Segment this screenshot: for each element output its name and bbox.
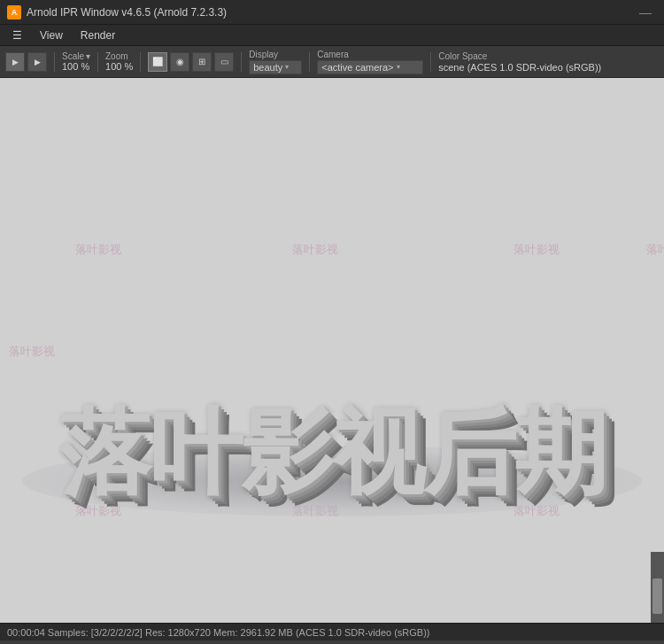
scrollbar-thumb[interactable] bbox=[652, 578, 662, 614]
watermark-2: 落叶影视 bbox=[513, 242, 560, 258]
status-bar: 00:00:04 Samples: [3/2/2/2/2/2] Res: 128… bbox=[0, 623, 664, 640]
colorspace-label: Color Space bbox=[438, 51, 487, 61]
camera-value: <active camera> bbox=[321, 62, 393, 73]
display-label: Display bbox=[249, 50, 278, 59]
zoom-section: Zoom 100 % bbox=[105, 51, 133, 72]
display-value: beauty bbox=[253, 62, 282, 73]
separator-4 bbox=[241, 52, 242, 72]
globe-icon: ◉ bbox=[176, 57, 184, 66]
watermark-1: 落叶影视 bbox=[292, 242, 338, 258]
minimize-button[interactable]: — bbox=[634, 4, 657, 21]
camera-section: Camera <active camera> ▾ bbox=[317, 50, 423, 74]
app-icon: A bbox=[7, 5, 21, 19]
watermark-0: 落叶影视 bbox=[75, 242, 121, 258]
render-menu[interactable]: Render bbox=[72, 27, 124, 43]
watermark-4: 落叶影视 bbox=[9, 344, 55, 360]
separator-6 bbox=[430, 52, 431, 72]
colorspace-value: scene (ACES 1.0 SDR-video (sRGB)) bbox=[438, 62, 601, 73]
display-dropdown-arrow: ▾ bbox=[285, 63, 289, 71]
rect-view-button[interactable]: ▭ bbox=[214, 52, 234, 72]
separator-3 bbox=[140, 52, 141, 72]
vertical-scrollbar[interactable] bbox=[651, 552, 664, 623]
rect-icon: ▭ bbox=[220, 57, 228, 66]
camera-label: Camera bbox=[317, 50, 349, 59]
display-dropdown[interactable]: beauty ▾ bbox=[249, 60, 302, 74]
globe-view-button[interactable]: ◉ bbox=[170, 52, 189, 72]
scale-label: Scale bbox=[62, 51, 84, 61]
render-area: 落叶影视落叶影视落叶影视落叶影视落叶影视落叶影视落叶影视落叶影视落叶影视落叶影视… bbox=[0, 78, 664, 623]
hamburger-menu[interactable]: ☰ bbox=[4, 27, 31, 43]
play-button-1[interactable]: ▶ bbox=[5, 52, 25, 72]
grid-view-button[interactable]: ⊞ bbox=[192, 52, 212, 72]
menu-bar: ☰ View Render bbox=[0, 25, 664, 46]
play-button-2[interactable]: ▶ bbox=[27, 52, 47, 72]
scale-value: 100 % bbox=[62, 61, 89, 72]
play-icon: ▶ bbox=[12, 58, 19, 66]
chinese-text: 落叶影视后期 bbox=[58, 400, 606, 504]
view-menu[interactable]: View bbox=[31, 27, 72, 43]
colorspace-section: Color Space scene (ACES 1.0 SDR-video (s… bbox=[438, 51, 601, 73]
separator-1 bbox=[54, 52, 55, 72]
camera-dropdown[interactable]: <active camera> ▾ bbox=[317, 60, 423, 74]
scale-dropdown-arrow[interactable]: ▾ bbox=[86, 51, 90, 61]
play-icon-2: ▶ bbox=[35, 58, 41, 66]
separator-5 bbox=[309, 52, 310, 72]
title-bar: A Arnold IPR Window v4.6.5 (Arnold 7.2.3… bbox=[0, 0, 664, 25]
image-icon: ⬜ bbox=[152, 57, 163, 66]
render-3d-text: 落叶影视后期 bbox=[31, 406, 633, 499]
watermark-overlay: 落叶影视落叶影视落叶影视落叶影视落叶影视落叶影视落叶影视落叶影视落叶影视落叶影视… bbox=[0, 78, 664, 623]
view-icon-buttons: ⬜ ◉ ⊞ ▭ bbox=[148, 52, 234, 72]
status-text: 00:00:04 Samples: [3/2/2/2/2/2] Res: 128… bbox=[7, 627, 430, 638]
toolbar: ▶ ▶ Scale ▾ 100 % Zoom 100 % ⬜ ◉ ⊞ ▭ bbox=[0, 46, 664, 78]
scale-section: Scale ▾ 100 % bbox=[62, 51, 90, 72]
zoom-label: Zoom bbox=[105, 51, 128, 61]
playback-controls: ▶ ▶ bbox=[5, 52, 47, 72]
grid-icon: ⊞ bbox=[198, 57, 205, 66]
window-title: Arnold IPR Window v4.6.5 (Arnold 7.2.3.3… bbox=[27, 6, 634, 19]
image-view-button[interactable]: ⬜ bbox=[148, 52, 167, 72]
zoom-value: 100 % bbox=[105, 61, 133, 72]
watermark-3: 落叶影视 bbox=[646, 242, 664, 258]
display-section: Display beauty ▾ bbox=[249, 50, 302, 74]
camera-dropdown-arrow: ▾ bbox=[397, 63, 400, 71]
separator-2 bbox=[97, 52, 98, 72]
